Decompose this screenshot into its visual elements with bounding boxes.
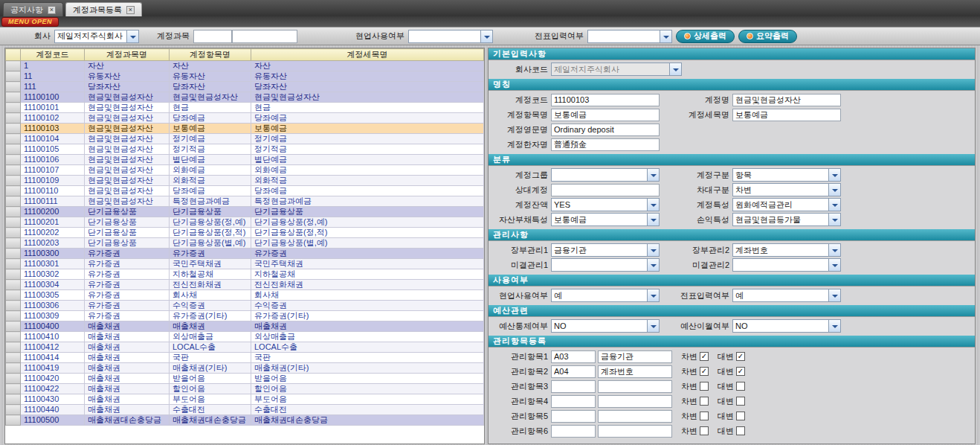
row-selector-cell[interactable] — [6, 155, 21, 165]
table-row[interactable]: 11100305유가증권회사채회사채 — [6, 290, 484, 301]
row-selector-cell[interactable] — [6, 259, 21, 269]
row-selector-cell[interactable] — [6, 103, 21, 113]
mgmt-item-6-name-input[interactable] — [598, 425, 672, 438]
slip-input-select[interactable]: 예 — [732, 289, 841, 302]
counter-account-input[interactable] — [551, 184, 660, 196]
tab-notice-close-icon[interactable]: × — [48, 6, 56, 14]
row-selector-cell[interactable] — [6, 342, 21, 353]
mgmt-item-5-name-input[interactable] — [598, 410, 672, 423]
row-selector-cell[interactable] — [6, 415, 21, 426]
row-selector-cell[interactable] — [6, 92, 21, 103]
row-selector-cell[interactable] — [6, 394, 21, 405]
account-detail-name-input[interactable] — [732, 109, 841, 121]
budget-carryover-select[interactable]: NO — [732, 319, 841, 333]
row-selector-cell[interactable] — [6, 71, 21, 82]
pending-mgmt1-select[interactable] — [551, 258, 660, 272]
mgmt-item-5-code-input[interactable] — [551, 410, 596, 423]
row-selector-cell[interactable] — [6, 228, 21, 238]
account-code-input[interactable] — [551, 94, 660, 106]
table-row[interactable]: 11100201단기금융상품단기금융상품(정,예)단기금융상품(정,예) — [6, 217, 484, 228]
row-selector-cell[interactable] — [6, 374, 21, 384]
row-selector-cell[interactable] — [6, 165, 21, 176]
pending-mgmt2-select[interactable] — [732, 258, 841, 272]
row-selector-cell[interactable] — [6, 280, 21, 290]
table-row[interactable]: 11100109현금및현금성자산외화적금외화적금 — [6, 176, 484, 186]
account-balance-select[interactable]: YES — [551, 198, 660, 211]
row-selector-cell[interactable] — [6, 405, 21, 415]
table-row[interactable]: 11100430매출채권부도어음부도어음 — [6, 394, 484, 405]
row-selector-cell[interactable] — [6, 269, 21, 280]
table-row[interactable]: 11100500매출채권대손충당금매출채권대손충당금매출채권대손충당금 — [6, 415, 484, 426]
table-row[interactable]: 11100104현금및현금성자산정기예금정기예금 — [6, 134, 484, 144]
account-name-filter-input[interactable] — [232, 30, 297, 43]
table-row[interactable]: 11100440매출채권수출대전수출대전 — [6, 405, 484, 415]
menu-open-button[interactable]: MENU OPEN — [1, 17, 59, 27]
mgmt-item-3-credit-checkbox[interactable] — [736, 382, 745, 391]
table-row[interactable]: 11100410매출채권외상매출금외상매출금 — [6, 332, 484, 342]
row-selector-cell[interactable] — [6, 134, 21, 144]
row-selector-cell[interactable] — [6, 82, 21, 92]
mgmt-item-2-code-input[interactable] — [551, 365, 596, 378]
profit-loss-characteristic-select[interactable]: 현금및현금등가물 — [732, 213, 841, 226]
table-row[interactable]: 11유동자산유동자산유동자산 — [6, 71, 484, 82]
debit-credit-division-select[interactable]: 차변 — [732, 183, 841, 196]
mgmt-item-4-code-input[interactable] — [551, 395, 596, 408]
table-row[interactable]: 111당좌자산당좌자산당좌자산 — [6, 82, 484, 92]
account-hanja-name-input[interactable] — [551, 138, 660, 151]
column-header-account-name[interactable]: 계정과목명 — [85, 49, 170, 61]
mgmt-item-6-debit-checkbox[interactable] — [700, 426, 709, 435]
table-row[interactable]: 1자산자산자산 — [6, 61, 484, 71]
mgmt-item-2-name-input[interactable] — [598, 365, 672, 378]
table-row[interactable]: 11100101현금및현금성자산현금현금 — [6, 103, 484, 113]
table-row[interactable]: 11100422매출채권할인어음할인어음 — [6, 384, 484, 394]
row-selector-cell[interactable] — [6, 353, 21, 363]
account-english-name-input[interactable] — [551, 124, 660, 136]
mgmt-item-1-debit-checkbox[interactable]: ✓ — [700, 352, 709, 361]
row-selector-cell[interactable] — [6, 176, 21, 186]
table-row[interactable]: 11100103현금및현금성자산보통예금보통예금 — [6, 124, 484, 134]
summary-print-button[interactable]: 요약출력 — [738, 30, 797, 43]
budget-control-select[interactable]: NO — [551, 319, 660, 333]
mgmt-item-1-code-input[interactable] — [551, 350, 596, 363]
table-row[interactable]: 11100106현금및현금성자산별단예금별단예금 — [6, 155, 484, 165]
table-row[interactable]: 11100414매출채권국판국판 — [6, 353, 484, 363]
column-header-account-item-name[interactable]: 계정항목명 — [170, 49, 251, 61]
row-selector-cell[interactable] — [6, 186, 21, 196]
table-row[interactable]: 11100304유가증권전신전화채권전신전화채권 — [6, 280, 484, 290]
table-row[interactable]: 11100202단기금융상품단기금융상품(정,적)단기금융상품(정,적) — [6, 228, 484, 238]
row-selector-cell[interactable] — [6, 311, 21, 321]
mgmt-item-3-code-input[interactable] — [551, 380, 596, 393]
column-header-account-code[interactable]: 계정코드 — [21, 49, 85, 61]
row-selector-cell[interactable] — [6, 321, 21, 332]
table-row[interactable]: 11100400매출채권매출채권매출채권 — [6, 321, 484, 332]
row-selector-cell[interactable] — [6, 113, 21, 124]
row-selector-cell[interactable] — [6, 238, 21, 249]
row-selector-cell[interactable] — [6, 363, 21, 374]
table-row[interactable]: 11100301유가증권국민주택채권국민주택채권 — [6, 259, 484, 269]
mgmt-item-6-credit-checkbox[interactable] — [736, 426, 745, 435]
account-group-select[interactable] — [551, 168, 660, 182]
company-code-select[interactable]: 제일저지주식회사 — [551, 63, 682, 76]
table-row[interactable]: 11100412매출채권LOCAL수출LOCAL수출 — [6, 342, 484, 353]
row-selector-cell[interactable] — [6, 124, 21, 134]
mgmt-item-4-debit-checkbox[interactable] — [700, 397, 709, 406]
account-code-filter-input[interactable] — [193, 30, 232, 43]
row-selector-cell[interactable] — [6, 301, 21, 311]
row-selector-cell[interactable] — [6, 249, 21, 259]
table-row[interactable]: 11100419매출채권매출채권(기타)매출채권(기타) — [6, 363, 484, 374]
row-selector-cell[interactable] — [6, 144, 21, 155]
company-select[interactable]: 제일저지주식회사 — [54, 30, 139, 43]
column-header-account-detail-name[interactable]: 계정세목명 — [251, 49, 484, 61]
mgmt-item-3-debit-checkbox[interactable] — [700, 382, 709, 391]
account-characteristic-select[interactable]: 원화예적금관리 — [732, 198, 841, 211]
row-selector-cell[interactable] — [6, 384, 21, 394]
row-selector-cell[interactable] — [6, 196, 21, 207]
table-row[interactable]: 11100105현금및현금성자산정기적금정기적금 — [6, 144, 484, 155]
account-name-input[interactable] — [732, 94, 841, 106]
ledger-mgmt1-select[interactable]: 금융기관 — [551, 243, 660, 257]
mgmt-item-1-name-input[interactable] — [598, 350, 672, 363]
account-item-name-input[interactable] — [551, 109, 660, 121]
mgmt-item-6-code-input[interactable] — [551, 425, 596, 438]
table-row[interactable]: 11100111현금및현금성자산특정현금과예금특정현금과예금 — [6, 196, 484, 207]
account-division-select[interactable]: 항목 — [732, 168, 841, 182]
